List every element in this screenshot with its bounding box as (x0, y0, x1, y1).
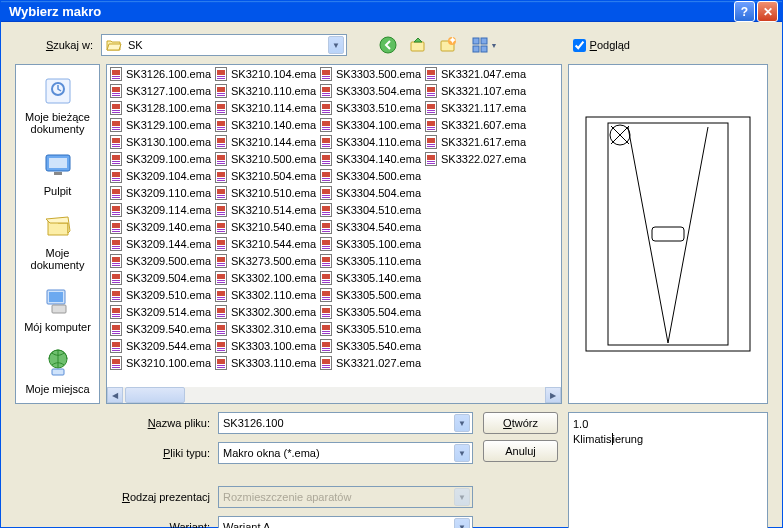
file-item[interactable]: SK3209.144.ema (107, 235, 212, 252)
file-item[interactable]: SK3209.514.ema (107, 303, 212, 320)
file-item[interactable]: SK3304.110.ema (317, 133, 422, 150)
file-item[interactable]: SK3303.500.ema (317, 65, 422, 82)
help-button[interactable]: ? (734, 1, 755, 22)
file-list[interactable]: SK3126.100.emaSK3127.100.emaSK3128.100.e… (106, 64, 562, 404)
preview-checkbox[interactable] (573, 39, 586, 52)
open-button[interactable]: Otwórz (483, 412, 558, 434)
file-item[interactable]: SK3209.140.ema (107, 218, 212, 235)
horizontal-scrollbar[interactable]: ◀ ▶ (107, 387, 561, 403)
file-item[interactable]: SK3210.100.ema (107, 354, 212, 371)
preview-checkbox-row[interactable]: Podgląd (573, 39, 630, 52)
file-item[interactable]: SK3305.504.ema (317, 303, 422, 320)
file-item[interactable]: SK3304.500.ema (317, 167, 422, 184)
new-folder-button[interactable]: ✦ (437, 34, 459, 56)
file-item[interactable]: SK3130.100.ema (107, 133, 212, 150)
file-item[interactable]: SK3303.110.ema (212, 354, 317, 371)
file-item[interactable]: SK3209.114.ema (107, 201, 212, 218)
file-item[interactable]: SK3210.144.ema (212, 133, 317, 150)
file-item[interactable]: SK3128.100.ema (107, 99, 212, 116)
svg-rect-154 (217, 333, 225, 334)
file-item[interactable]: SK3302.100.ema (212, 269, 317, 286)
svg-rect-241 (427, 93, 435, 94)
file-item[interactable]: SK3305.100.ema (317, 235, 422, 252)
scroll-right-icon[interactable]: ▶ (545, 387, 561, 403)
place-computer[interactable]: Mój komputer (16, 279, 99, 341)
file-item[interactable]: SK3209.100.ema (107, 150, 212, 167)
file-item[interactable]: SK3127.100.ema (107, 82, 212, 99)
file-item[interactable]: SK3305.510.ema (317, 320, 422, 337)
file-item[interactable]: SK3302.110.ema (212, 286, 317, 303)
file-item[interactable]: SK3273.500.ema (212, 252, 317, 269)
file-item[interactable]: SK3210.540.ema (212, 218, 317, 235)
svg-rect-157 (217, 348, 225, 349)
svg-rect-138 (217, 265, 225, 266)
file-item[interactable]: SK3210.140.ema (212, 116, 317, 133)
file-item[interactable]: SK3209.540.ema (107, 320, 212, 337)
file-item[interactable]: SK3210.104.ema (212, 65, 317, 82)
file-item[interactable]: SK3321.107.ema (422, 82, 527, 99)
file-item[interactable]: SK3305.500.ema (317, 286, 422, 303)
info-box: 1.0 Klimatisierung (568, 412, 768, 528)
file-item[interactable]: SK3304.140.ema (317, 150, 422, 167)
file-item[interactable]: SK3321.027.ema (317, 354, 422, 371)
file-item[interactable]: SK3210.510.ema (212, 184, 317, 201)
close-button[interactable]: ✕ (757, 1, 778, 22)
file-item[interactable]: SK3304.100.ema (317, 116, 422, 133)
cancel-button[interactable]: Anuluj (483, 440, 558, 462)
svg-rect-146 (217, 299, 225, 300)
scroll-thumb[interactable] (125, 387, 185, 403)
file-item[interactable]: SK3304.504.ema (317, 184, 422, 201)
svg-rect-128 (217, 223, 225, 228)
file-item[interactable]: SK3210.514.ema (212, 201, 317, 218)
svg-rect-93 (217, 76, 225, 77)
svg-rect-84 (112, 342, 120, 347)
file-item[interactable]: SK3321.607.ema (422, 116, 527, 133)
file-item[interactable]: SK3321.047.ema (422, 65, 527, 82)
file-item[interactable]: SK3305.110.ema (317, 252, 422, 269)
file-item[interactable]: SK3210.114.ema (212, 99, 317, 116)
file-item[interactable]: SK3322.027.ema (422, 150, 527, 167)
file-item[interactable]: SK3209.500.ema (107, 252, 212, 269)
file-item[interactable]: SK3209.104.ema (107, 167, 212, 184)
back-button[interactable] (377, 34, 399, 56)
place-network[interactable]: Moje miejsca (16, 341, 99, 403)
file-item[interactable]: SK3129.100.ema (107, 116, 212, 133)
place-recent[interactable]: Moje bieżące dokumenty (16, 69, 99, 143)
file-item[interactable]: SK3210.544.ema (212, 235, 317, 252)
variant-combo[interactable]: Wariant A▼ (218, 516, 473, 528)
svg-rect-148 (217, 308, 225, 313)
file-item[interactable]: SK3303.504.ema (317, 82, 422, 99)
file-item[interactable]: SK3209.544.ema (107, 337, 212, 354)
file-item[interactable]: SK3209.510.ema (107, 286, 212, 303)
filetype-combo[interactable]: Makro okna (*.ema)▼ (218, 442, 473, 464)
place-desktop[interactable]: Pulpit (16, 143, 99, 205)
file-item[interactable]: SK3303.100.ema (212, 337, 317, 354)
svg-rect-65 (112, 263, 120, 264)
svg-rect-74 (112, 299, 120, 300)
file-item[interactable]: SK3210.500.ema (212, 150, 317, 167)
file-item[interactable]: SK3303.510.ema (317, 99, 422, 116)
svg-rect-218 (322, 299, 330, 300)
svg-rect-208 (322, 257, 330, 262)
up-button[interactable] (407, 34, 429, 56)
file-item[interactable]: SK3321.617.ema (422, 133, 527, 150)
file-item[interactable]: SK3210.110.ema (212, 82, 317, 99)
file-item[interactable]: SK3304.510.ema (317, 201, 422, 218)
search-in-combo[interactable]: SK ▼ (101, 34, 347, 56)
svg-rect-192 (322, 189, 330, 194)
file-item[interactable]: SK3209.110.ema (107, 184, 212, 201)
place-documents[interactable]: Moje dokumenty (16, 205, 99, 279)
file-item[interactable]: SK3302.310.ema (212, 320, 317, 337)
file-item[interactable]: SK3209.504.ema (107, 269, 212, 286)
file-item[interactable]: SK3304.540.ema (317, 218, 422, 235)
scroll-left-icon[interactable]: ◀ (107, 387, 123, 403)
file-item[interactable]: SK3321.117.ema (422, 99, 527, 116)
file-item[interactable]: SK3305.540.ema (317, 337, 422, 354)
svg-rect-130 (217, 231, 225, 232)
file-item[interactable]: SK3305.140.ema (317, 269, 422, 286)
file-item[interactable]: SK3210.504.ema (212, 167, 317, 184)
file-item[interactable]: SK3302.300.ema (212, 303, 317, 320)
filename-input[interactable]: SK3126.100▼ (218, 412, 473, 434)
file-item[interactable]: SK3126.100.ema (107, 65, 212, 82)
views-button[interactable]: ▼ (467, 34, 501, 56)
